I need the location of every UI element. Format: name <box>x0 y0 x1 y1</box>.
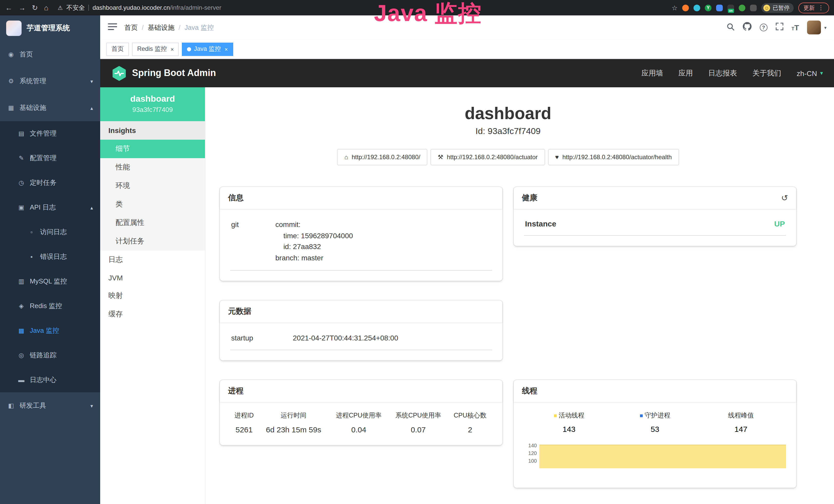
sidebar-item-home[interactable]: ◉ 首页 <box>0 41 100 68</box>
browser-menu-icon[interactable]: ⋮ <box>818 4 824 11</box>
fullscreen-icon[interactable] <box>776 23 784 32</box>
sba-sidebar-item-details[interactable]: 细节 <box>100 140 205 158</box>
sba-sidebar-item-scheduled-tasks[interactable]: 计划任务 <box>100 232 205 251</box>
sba-sidebar-item-caches[interactable]: 缓存 <box>100 305 205 323</box>
sba-brand[interactable]: Spring Boot Admin <box>132 68 216 78</box>
refresh-icon[interactable]: ↻ <box>32 4 38 11</box>
legend-value: 147 <box>702 425 780 434</box>
sidebar-item-config-management[interactable]: ✎ 配置管理 <box>0 146 100 170</box>
sba-nav-wallboard[interactable]: 应用墙 <box>642 69 663 78</box>
legend-value: 143 <box>530 425 608 434</box>
sba-sidebar-item-metrics[interactable]: 性能 <box>100 158 205 177</box>
legend-item-peak: 线程峰值 147 <box>702 412 780 434</box>
bookmark-star-icon[interactable]: ☆ <box>672 4 678 12</box>
health-url-button[interactable]: ♥http://192.168.0.2:48080/actuator/healt… <box>548 149 679 165</box>
forward-icon[interactable]: → <box>19 4 26 11</box>
font-size-icon[interactable]: TT <box>792 24 799 31</box>
extension-icon-drop[interactable] <box>694 4 700 11</box>
extensions-puzzle-icon[interactable] <box>750 4 757 11</box>
breadcrumb-home[interactable]: 首页 <box>124 23 138 32</box>
sba-sidebar-item-loggers[interactable]: 日志 <box>100 251 205 269</box>
sidebar-item-infrastructure[interactable]: ▦ 基础设施 ▴ <box>0 94 100 121</box>
sidebar-item-dev-tools[interactable]: ◧ 研发工具 ▾ <box>0 392 100 419</box>
card-process: 进程 进程ID 运行时间 进程CPU使用率 系统 <box>220 380 502 445</box>
close-icon[interactable]: × <box>224 46 228 52</box>
sidebar-item-system-management[interactable]: ⚙ 系统管理 ▾ <box>0 68 100 94</box>
sidebar-item-java-monitor[interactable]: ▩ Java 监控 <box>0 318 100 343</box>
breadcrumb-infrastructure[interactable]: 基础设施 <box>148 23 174 32</box>
sidebar-item-scheduled-jobs[interactable]: ◷ 定时任务 <box>0 170 100 195</box>
ytick: 100 <box>524 457 537 465</box>
browser-update-button[interactable]: 更新 ⋮ <box>798 2 829 13</box>
extension-icon-leaf[interactable] <box>739 4 745 11</box>
breadcrumb-separator: / <box>178 24 180 31</box>
sba-nav-about[interactable]: 关于我们 <box>752 69 781 78</box>
card-title: 信息 <box>228 193 243 203</box>
metadata-value: 2021-04-27T00:44:31.254+08:00 <box>293 333 491 344</box>
sidebar-item-api-logs[interactable]: ▣ API 日志 ▴ <box>0 195 100 220</box>
tab-java-monitor[interactable]: Java 监控× <box>182 42 233 56</box>
sidebar-item-log-center[interactable]: ▬ 日志中心 <box>0 368 100 392</box>
extension-icon-grid[interactable] <box>716 4 723 11</box>
update-button-label: 更新 <box>804 4 815 12</box>
sba-navbar: Spring Boot Admin 应用墙 应用 日志报表 关于我们 zh-CN… <box>100 59 834 87</box>
search-icon[interactable] <box>726 22 734 32</box>
sidebar-item-tracing[interactable]: ◎ 链路追踪 <box>0 343 100 368</box>
sba-nav-journal[interactable]: 日志报表 <box>708 69 737 78</box>
timer-icon: ◷ <box>18 179 25 186</box>
help-icon[interactable]: ? <box>760 24 767 31</box>
tab-home[interactable]: 首页 <box>106 42 129 56</box>
security-warning-icon[interactable]: ⚠ <box>58 4 63 11</box>
sba-nav-applications[interactable]: 应用 <box>679 69 693 78</box>
health-instance-label: Instance <box>525 219 556 228</box>
infrastructure-icon: ▦ <box>7 104 15 111</box>
legend-item-live: ■活动线程 143 <box>530 412 608 434</box>
address-bar[interactable]: ⚠ 不安全 dashboard.yudao.iocoder.cn/infra/a… <box>58 3 221 12</box>
app-logo[interactable]: 芋道管理系统 <box>0 16 100 41</box>
sba-sidebar-item-jvm[interactable]: JVM <box>100 269 205 287</box>
extension-on-badge: on <box>728 8 734 13</box>
sidebar-item-file-management[interactable]: ▤ 文件管理 <box>0 121 100 146</box>
sba-sidebar-item-beans[interactable]: 类 <box>100 195 205 214</box>
process-value: 2 <box>448 423 492 435</box>
threads-chart-plot <box>540 442 786 478</box>
url-host: dashboard.yudao.iocoder.cn <box>92 4 170 11</box>
extension-icon-switch[interactable]: on <box>727 4 734 11</box>
card-title: 元数据 <box>228 306 251 316</box>
sidebar-item-mysql-monitor[interactable]: ▥ MySQL 监控 <box>0 269 100 294</box>
browser-home-icon[interactable]: ⌂ <box>44 4 48 11</box>
status-badge: UP <box>774 219 785 228</box>
sidebar-item-access-logs[interactable]: ▫ 访问日志 <box>0 220 100 245</box>
sba-locale-select[interactable]: zh-CN▾ <box>797 69 823 77</box>
history-icon[interactable]: ↺ <box>781 193 788 203</box>
active-tab-dot <box>187 47 191 51</box>
url-text[interactable]: dashboard.yudao.iocoder.cn/infra/admin-s… <box>92 4 221 11</box>
chevron-down-icon[interactable]: ▾ <box>824 25 827 30</box>
sba-sidebar-item-mappings[interactable]: 映射 <box>100 287 205 305</box>
sba-instance-header[interactable]: dashboard 93a3fc7f7409 <box>100 87 205 121</box>
sidebar-item-error-logs[interactable]: ▪ 错误日志 <box>0 245 100 269</box>
back-icon[interactable]: ← <box>5 4 12 11</box>
extension-icon-orange[interactable] <box>682 4 689 11</box>
live-threads-area <box>540 445 786 468</box>
tools-icon: ◧ <box>7 402 15 409</box>
legend-label: 活动线程 <box>559 412 584 420</box>
actuator-url-button[interactable]: ⚒http://192.168.0.2:48080/actuator <box>431 149 545 165</box>
sba-instance-id: 93a3fc7f7409 <box>105 106 200 113</box>
sidebar-item-redis-monitor[interactable]: ◈ Redis 监控 <box>0 294 100 318</box>
tab-redis-monitor[interactable]: Redis 监控× <box>132 42 179 56</box>
extension-icon-y[interactable]: Y <box>705 4 711 11</box>
instance-url-button[interactable]: ⌂http://192.168.0.2:48080/ <box>337 149 427 165</box>
paused-badge[interactable]: ☺ 已暂停 <box>761 3 794 13</box>
threads-legend: ■活动线程 143 ■守护进程 53 线程峰值 <box>524 411 786 434</box>
sba-sidebar-item-environment[interactable]: 环境 <box>100 177 205 195</box>
sba-sidebar-item-config-props[interactable]: 配置属性 <box>100 214 205 232</box>
user-avatar[interactable] <box>807 21 821 35</box>
hamburger-icon[interactable] <box>108 22 117 32</box>
java-monitor-icon: ▩ <box>18 327 25 334</box>
mysql-icon: ▥ <box>18 278 25 285</box>
url-path: /infra/admin-server <box>170 4 221 11</box>
close-icon[interactable]: × <box>171 46 174 52</box>
trace-icon: ◎ <box>18 352 25 359</box>
github-icon[interactable] <box>743 22 751 33</box>
